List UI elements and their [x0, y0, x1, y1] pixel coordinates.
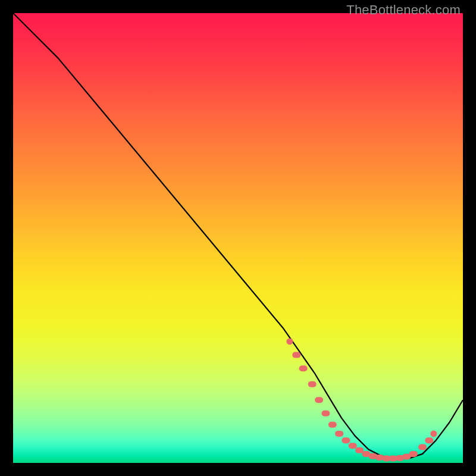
highlight-dot — [328, 422, 337, 428]
highlight-dot — [425, 437, 433, 443]
highlight-dot — [409, 451, 418, 457]
watermark-text: TheBottleneck.com — [346, 2, 461, 18]
chart-frame: TheBottleneck.com — [0, 0, 476, 476]
highlight-dot — [418, 444, 427, 450]
chart-svg — [13, 13, 463, 463]
highlight-dot — [292, 352, 300, 358]
highlight-dot — [315, 397, 323, 403]
highlight-dot — [308, 381, 317, 387]
highlight-dot — [335, 431, 343, 437]
highlight-dot — [342, 437, 350, 443]
highlight-dot — [355, 447, 364, 453]
bottleneck-curve — [13, 13, 463, 458]
highlight-dot — [430, 430, 437, 437]
highlight-dot — [286, 338, 293, 345]
highlight-dot — [299, 365, 308, 371]
highlight-dot — [321, 411, 330, 416]
highlight-dot — [349, 443, 357, 449]
plot-area — [13, 13, 463, 463]
